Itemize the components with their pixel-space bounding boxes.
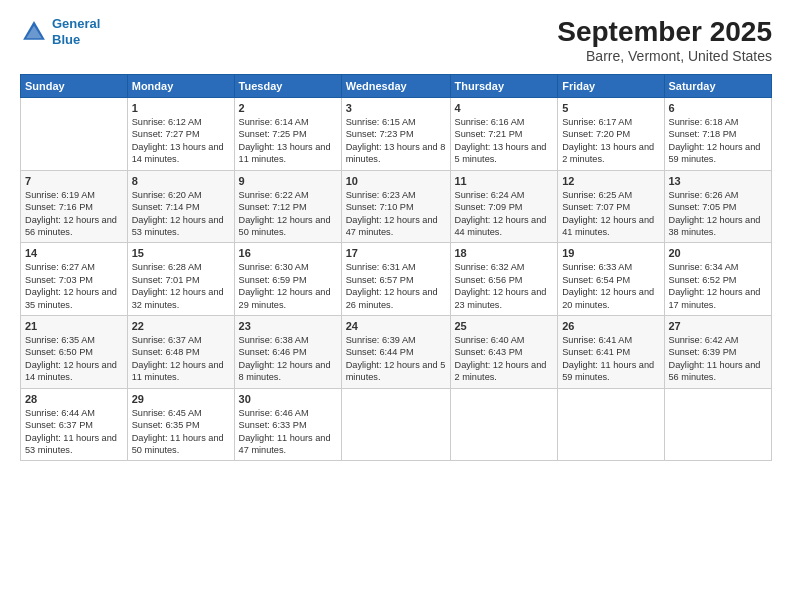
calendar-cell: 7Sunrise: 6:19 AMSunset: 7:16 PMDaylight…: [21, 170, 128, 243]
calendar-cell: 13Sunrise: 6:26 AMSunset: 7:05 PMDayligh…: [664, 170, 772, 243]
cell-info: Sunrise: 6:41 AMSunset: 6:41 PMDaylight:…: [562, 334, 659, 384]
day-number: 13: [669, 175, 768, 187]
col-header-sunday: Sunday: [21, 75, 128, 98]
cell-info: Sunrise: 6:17 AMSunset: 7:20 PMDaylight:…: [562, 116, 659, 166]
col-header-tuesday: Tuesday: [234, 75, 341, 98]
calendar-cell: 27Sunrise: 6:42 AMSunset: 6:39 PMDayligh…: [664, 316, 772, 389]
cell-info: Sunrise: 6:44 AMSunset: 6:37 PMDaylight:…: [25, 407, 123, 457]
cell-info: Sunrise: 6:45 AMSunset: 6:35 PMDaylight:…: [132, 407, 230, 457]
col-header-friday: Friday: [558, 75, 664, 98]
cell-info: Sunrise: 6:15 AMSunset: 7:23 PMDaylight:…: [346, 116, 446, 166]
calendar-cell: 1Sunrise: 6:12 AMSunset: 7:27 PMDaylight…: [127, 98, 234, 171]
day-number: 14: [25, 247, 123, 259]
day-number: 18: [455, 247, 554, 259]
calendar-cell: 2Sunrise: 6:14 AMSunset: 7:25 PMDaylight…: [234, 98, 341, 171]
day-number: 10: [346, 175, 446, 187]
col-header-wednesday: Wednesday: [341, 75, 450, 98]
day-number: 29: [132, 393, 230, 405]
day-number: 8: [132, 175, 230, 187]
day-number: 16: [239, 247, 337, 259]
calendar-title: September 2025: [557, 16, 772, 48]
cell-info: Sunrise: 6:14 AMSunset: 7:25 PMDaylight:…: [239, 116, 337, 166]
week-row-5: 28Sunrise: 6:44 AMSunset: 6:37 PMDayligh…: [21, 388, 772, 461]
col-header-monday: Monday: [127, 75, 234, 98]
calendar-cell: [341, 388, 450, 461]
calendar-cell: 5Sunrise: 6:17 AMSunset: 7:20 PMDaylight…: [558, 98, 664, 171]
calendar-cell: 12Sunrise: 6:25 AMSunset: 7:07 PMDayligh…: [558, 170, 664, 243]
cell-info: Sunrise: 6:23 AMSunset: 7:10 PMDaylight:…: [346, 189, 446, 239]
calendar-cell: 22Sunrise: 6:37 AMSunset: 6:48 PMDayligh…: [127, 316, 234, 389]
cell-info: Sunrise: 6:33 AMSunset: 6:54 PMDaylight:…: [562, 261, 659, 311]
title-block: September 2025 Barre, Vermont, United St…: [557, 16, 772, 64]
day-number: 4: [455, 102, 554, 114]
calendar-cell: 30Sunrise: 6:46 AMSunset: 6:33 PMDayligh…: [234, 388, 341, 461]
day-number: 22: [132, 320, 230, 332]
calendar-cell: 20Sunrise: 6:34 AMSunset: 6:52 PMDayligh…: [664, 243, 772, 316]
day-number: 15: [132, 247, 230, 259]
calendar-cell: 17Sunrise: 6:31 AMSunset: 6:57 PMDayligh…: [341, 243, 450, 316]
calendar-cell: 4Sunrise: 6:16 AMSunset: 7:21 PMDaylight…: [450, 98, 558, 171]
calendar-cell: 8Sunrise: 6:20 AMSunset: 7:14 PMDaylight…: [127, 170, 234, 243]
logo-line1: General: [52, 16, 100, 32]
cell-info: Sunrise: 6:16 AMSunset: 7:21 PMDaylight:…: [455, 116, 554, 166]
day-number: 17: [346, 247, 446, 259]
week-row-4: 21Sunrise: 6:35 AMSunset: 6:50 PMDayligh…: [21, 316, 772, 389]
calendar-cell: 21Sunrise: 6:35 AMSunset: 6:50 PMDayligh…: [21, 316, 128, 389]
calendar-cell: 28Sunrise: 6:44 AMSunset: 6:37 PMDayligh…: [21, 388, 128, 461]
calendar-cell: [558, 388, 664, 461]
page: General Blue September 2025 Barre, Vermo…: [0, 0, 792, 612]
day-number: 30: [239, 393, 337, 405]
cell-info: Sunrise: 6:40 AMSunset: 6:43 PMDaylight:…: [455, 334, 554, 384]
calendar-cell: 19Sunrise: 6:33 AMSunset: 6:54 PMDayligh…: [558, 243, 664, 316]
calendar-cell: 11Sunrise: 6:24 AMSunset: 7:09 PMDayligh…: [450, 170, 558, 243]
day-number: 3: [346, 102, 446, 114]
header: General Blue September 2025 Barre, Vermo…: [20, 16, 772, 64]
cell-info: Sunrise: 6:26 AMSunset: 7:05 PMDaylight:…: [669, 189, 768, 239]
calendar-cell: 14Sunrise: 6:27 AMSunset: 7:03 PMDayligh…: [21, 243, 128, 316]
cell-info: Sunrise: 6:31 AMSunset: 6:57 PMDaylight:…: [346, 261, 446, 311]
logo-line2: Blue: [52, 32, 100, 48]
cell-info: Sunrise: 6:34 AMSunset: 6:52 PMDaylight:…: [669, 261, 768, 311]
cell-info: Sunrise: 6:42 AMSunset: 6:39 PMDaylight:…: [669, 334, 768, 384]
day-number: 6: [669, 102, 768, 114]
calendar-cell: 25Sunrise: 6:40 AMSunset: 6:43 PMDayligh…: [450, 316, 558, 389]
cell-info: Sunrise: 6:38 AMSunset: 6:46 PMDaylight:…: [239, 334, 337, 384]
cell-info: Sunrise: 6:39 AMSunset: 6:44 PMDaylight:…: [346, 334, 446, 384]
calendar-cell: 29Sunrise: 6:45 AMSunset: 6:35 PMDayligh…: [127, 388, 234, 461]
cell-info: Sunrise: 6:30 AMSunset: 6:59 PMDaylight:…: [239, 261, 337, 311]
day-number: 21: [25, 320, 123, 332]
cell-info: Sunrise: 6:32 AMSunset: 6:56 PMDaylight:…: [455, 261, 554, 311]
cell-info: Sunrise: 6:24 AMSunset: 7:09 PMDaylight:…: [455, 189, 554, 239]
col-header-thursday: Thursday: [450, 75, 558, 98]
cell-info: Sunrise: 6:12 AMSunset: 7:27 PMDaylight:…: [132, 116, 230, 166]
calendar-cell: 10Sunrise: 6:23 AMSunset: 7:10 PMDayligh…: [341, 170, 450, 243]
header-row: SundayMondayTuesdayWednesdayThursdayFrid…: [21, 75, 772, 98]
day-number: 2: [239, 102, 337, 114]
day-number: 20: [669, 247, 768, 259]
logo-icon: [20, 18, 48, 46]
logo: General Blue: [20, 16, 100, 47]
calendar-cell: 18Sunrise: 6:32 AMSunset: 6:56 PMDayligh…: [450, 243, 558, 316]
day-number: 1: [132, 102, 230, 114]
day-number: 11: [455, 175, 554, 187]
calendar-cell: 23Sunrise: 6:38 AMSunset: 6:46 PMDayligh…: [234, 316, 341, 389]
cell-info: Sunrise: 6:46 AMSunset: 6:33 PMDaylight:…: [239, 407, 337, 457]
cell-info: Sunrise: 6:25 AMSunset: 7:07 PMDaylight:…: [562, 189, 659, 239]
calendar-cell: 9Sunrise: 6:22 AMSunset: 7:12 PMDaylight…: [234, 170, 341, 243]
cell-info: Sunrise: 6:22 AMSunset: 7:12 PMDaylight:…: [239, 189, 337, 239]
day-number: 23: [239, 320, 337, 332]
col-header-saturday: Saturday: [664, 75, 772, 98]
calendar-cell: 15Sunrise: 6:28 AMSunset: 7:01 PMDayligh…: [127, 243, 234, 316]
cell-info: Sunrise: 6:18 AMSunset: 7:18 PMDaylight:…: [669, 116, 768, 166]
calendar-cell: [450, 388, 558, 461]
day-number: 25: [455, 320, 554, 332]
cell-info: Sunrise: 6:35 AMSunset: 6:50 PMDaylight:…: [25, 334, 123, 384]
calendar-table: SundayMondayTuesdayWednesdayThursdayFrid…: [20, 74, 772, 461]
calendar-cell: [664, 388, 772, 461]
cell-info: Sunrise: 6:28 AMSunset: 7:01 PMDaylight:…: [132, 261, 230, 311]
cell-info: Sunrise: 6:20 AMSunset: 7:14 PMDaylight:…: [132, 189, 230, 239]
calendar-cell: [21, 98, 128, 171]
calendar-cell: 16Sunrise: 6:30 AMSunset: 6:59 PMDayligh…: [234, 243, 341, 316]
cell-info: Sunrise: 6:19 AMSunset: 7:16 PMDaylight:…: [25, 189, 123, 239]
day-number: 12: [562, 175, 659, 187]
